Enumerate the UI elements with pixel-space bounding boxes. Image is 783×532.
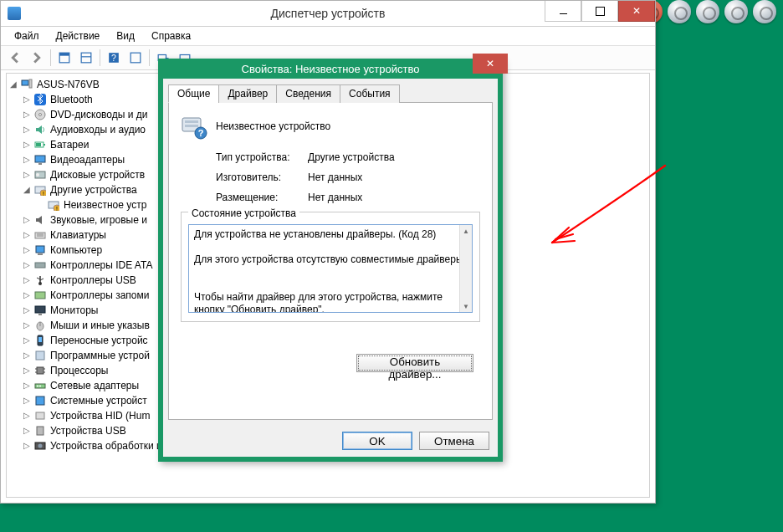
dialog-titlebar[interactable]: Свойства: Неизвестное устройство — [158, 59, 503, 79]
scroll-up-icon[interactable]: ▲ — [460, 225, 472, 237]
expand-icon[interactable]: ▷ — [22, 167, 32, 182]
app-icon — [8, 7, 21, 20]
svg-rect-60 — [185, 120, 198, 123]
collapse-icon[interactable]: ◢ — [8, 77, 18, 92]
value-type: Другие устройства — [308, 151, 395, 163]
scroll-down-icon[interactable]: ▼ — [460, 300, 472, 312]
minimize-button[interactable] — [545, 1, 581, 22]
image-icon — [33, 439, 47, 453]
bluetooth-icon — [33, 93, 47, 106]
tree-label: ASUS-N76VB — [35, 77, 101, 92]
label-loc: Размещение: — [216, 192, 308, 203]
device-icon: ? — [181, 113, 207, 140]
net-icon — [33, 379, 47, 392]
svg-text:!: ! — [43, 191, 44, 196]
tree-label: Системные устройст — [49, 393, 149, 408]
usb2-icon — [33, 424, 47, 437]
computer-icon — [20, 78, 33, 91]
expand-icon[interactable]: ▷ — [22, 243, 32, 258]
system-icon — [33, 394, 47, 407]
usb-icon — [33, 274, 47, 287]
expand-icon[interactable]: ▷ — [22, 423, 32, 438]
portable-icon — [33, 334, 47, 347]
expand-icon[interactable]: ▷ — [22, 212, 32, 228]
menu-action[interactable]: Действие — [48, 28, 109, 43]
expand-icon[interactable]: ▷ — [22, 303, 32, 318]
forward-button[interactable] — [27, 48, 47, 68]
back-button[interactable] — [5, 48, 25, 68]
expand-icon[interactable]: ◢ — [22, 182, 32, 197]
other-icon: ! — [33, 183, 47, 197]
svg-rect-2 — [81, 53, 91, 63]
expand-icon[interactable]: ▷ — [22, 348, 32, 363]
expand-icon[interactable]: ▷ — [22, 438, 32, 453]
menu-file[interactable]: Файл — [6, 28, 48, 43]
expand-icon[interactable]: ▷ — [22, 107, 32, 122]
expand-icon[interactable]: ▷ — [22, 288, 32, 303]
status-textbox[interactable]: Для устройства не установлены драйверы. … — [188, 224, 473, 313]
tree-label: Клавиатуры — [49, 228, 108, 243]
expand-icon[interactable]: ▷ — [22, 137, 32, 152]
tree-label: Компьютер — [49, 243, 104, 258]
scrollbar[interactable]: ▲ ▼ — [459, 225, 472, 312]
label-type: Тип устройства: — [216, 151, 308, 163]
keyboard-icon — [33, 228, 47, 242]
svg-text:?: ? — [198, 128, 204, 138]
svg-rect-56 — [37, 427, 44, 435]
expand-icon[interactable]: ▷ — [22, 152, 32, 167]
tb-icon[interactable] — [54, 48, 74, 68]
tree-label: Батареи — [49, 137, 90, 152]
expand-icon[interactable]: ▷ — [22, 122, 32, 137]
help-icon[interactable]: ? — [104, 48, 124, 68]
medal-icon — [724, 0, 748, 23]
expand-icon[interactable]: ▷ — [22, 228, 32, 243]
svg-point-52 — [37, 386, 38, 387]
expand-icon[interactable]: ▷ — [22, 273, 32, 288]
properties-dialog: Свойства: Неизвестное устройство Общие Д… — [158, 59, 503, 462]
mouse-icon — [33, 319, 47, 332]
unknown-icon: ! — [47, 198, 60, 212]
svg-rect-31 — [36, 246, 44, 253]
tab-panel-general: ? Неизвестное устройство Тип устройства:… — [168, 102, 493, 420]
ok-button[interactable]: OK — [342, 432, 412, 450]
dialog-close-button[interactable] — [473, 54, 508, 74]
menu-help[interactable]: Справка — [143, 28, 199, 43]
tabstrip: Общие Драйвер Сведения События — [168, 84, 493, 103]
sound-icon — [33, 213, 47, 227]
expand-icon[interactable]: ▷ — [22, 333, 32, 348]
tab-details[interactable]: Сведения — [276, 84, 340, 103]
svg-point-58 — [38, 444, 43, 448]
hdd-icon — [33, 168, 47, 182]
expand-icon[interactable]: ▷ — [22, 393, 32, 408]
expand-icon[interactable]: ▷ — [22, 258, 32, 273]
tree-label: Контроллеры IDE ATA — [49, 258, 154, 273]
svg-point-21 — [36, 173, 39, 176]
tree-label: Звуковые, игровые и — [49, 212, 149, 228]
update-driver-button[interactable]: Обновить драйвер... — [356, 354, 473, 372]
label-mfg: Изготовитель: — [216, 171, 308, 183]
cpu-icon — [33, 364, 47, 377]
svg-rect-16 — [44, 144, 45, 146]
maximize-button[interactable] — [581, 1, 618, 22]
tb-icon[interactable] — [125, 48, 146, 68]
battery-icon — [33, 138, 47, 151]
menu-view[interactable]: Вид — [108, 28, 143, 43]
tab-driver[interactable]: Драйвер — [218, 84, 277, 103]
value-loc: Нет данных — [308, 192, 362, 203]
dialog-title: Свойства: Неизвестное устройство — [158, 63, 503, 75]
titlebar[interactable]: Диспетчер устройств — [1, 1, 655, 27]
cancel-button[interactable]: Отмена — [419, 432, 489, 450]
svg-rect-1 — [59, 53, 69, 55]
tree-label: Мониторы — [49, 303, 100, 318]
expand-icon[interactable]: ▷ — [22, 363, 32, 378]
expand-icon[interactable]: ▷ — [22, 92, 32, 107]
tab-events[interactable]: События — [340, 84, 400, 103]
expand-icon[interactable]: ▷ — [22, 378, 32, 393]
svg-rect-33 — [35, 263, 45, 268]
expand-icon[interactable]: ▷ — [22, 408, 32, 423]
tab-general[interactable]: Общие — [168, 84, 219, 103]
expand-icon[interactable]: ▷ — [22, 318, 32, 333]
tb-icon[interactable] — [76, 48, 96, 68]
close-button[interactable] — [618, 1, 655, 22]
status-group: Состояние устройства Для устройства не у… — [181, 212, 480, 322]
